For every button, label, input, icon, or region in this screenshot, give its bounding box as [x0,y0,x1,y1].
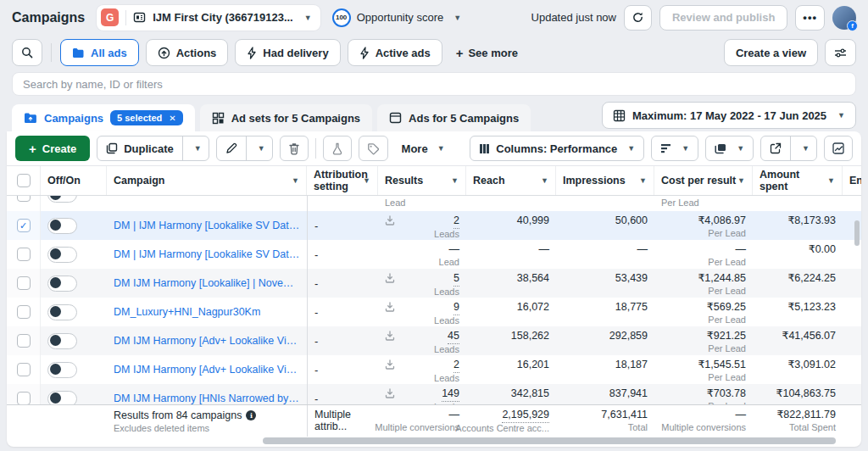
campaign-toggle[interactable] [47,276,77,292]
content-card: + Create Duplicate ▼ ▼ More ▼ [7,131,861,447]
select-all-checkbox[interactable] [17,174,31,187]
selected-count-badge[interactable]: 5 selected ✕ [110,110,183,125]
tab-campaigns[interactable]: Campaigns 5 selected ✕ [12,104,195,131]
search-input[interactable] [12,72,856,96]
header-reach[interactable]: Reach▼ [466,166,556,195]
header-ends[interactable]: Ends [843,166,861,195]
download-report-icon[interactable] [385,302,395,312]
columns-button[interactable]: Columns: Performance ▼ [470,136,644,161]
header-results[interactable]: Results▼ [378,166,466,195]
result-value[interactable]: 149 [442,387,459,402]
header-impressions[interactable]: Impressions▼ [556,166,654,195]
row-checkbox[interactable]: ✓ [17,219,31,232]
chevron-down-icon: ▼ [292,176,299,185]
breakdown-button[interactable]: ▼ [651,136,698,161]
download-report-icon[interactable] [385,273,395,283]
ab-test-button[interactable] [323,136,352,161]
row-checkbox[interactable] [17,334,31,348]
account-selector[interactable]: G IJM First City (366719123... ▼ [97,5,320,31]
campaign-name-link[interactable]: DM_Luxury+HNI_Nagpur30Km [114,306,260,318]
campaign-name-link[interactable]: DM IJM Harmony [Lookalike] | November 20… [114,277,300,289]
view-settings-button[interactable] [825,39,856,66]
delete-button[interactable] [280,136,309,161]
export-button[interactable] [761,136,790,160]
download-report-icon[interactable] [385,388,395,398]
download-report-icon[interactable] [385,359,395,370]
filter-actions[interactable]: Actions [146,39,229,66]
campaign-toggle[interactable] [47,362,77,378]
download-report-icon[interactable] [385,215,395,226]
filter-all-ads[interactable]: All ads [60,39,139,66]
result-value[interactable]: — [449,243,460,257]
campaign-toggle[interactable] [47,218,77,234]
row-checkbox[interactable] [17,392,31,405]
row-checkbox[interactable] [17,276,31,290]
filter-had-delivery[interactable]: Had delivery [235,39,340,66]
ads-frame-icon [389,112,402,124]
campaign-toggle[interactable] [47,333,77,349]
chevron-down-icon: ▼ [837,111,845,120]
header-cost-per-result[interactable]: Cost per result▼ [654,166,753,195]
download-report-icon[interactable] [385,331,395,341]
result-value[interactable]: 9 [453,301,459,315]
edit-options-button[interactable]: ▼ [246,136,272,160]
refresh-button[interactable] [624,5,652,31]
header-campaign[interactable]: Campaign▼ [107,166,307,195]
amount-spent-value: ₹3,091.02 [787,359,836,372]
more-toolbar-button[interactable]: More ▼ [395,142,452,155]
tab-ads[interactable]: Ads for 5 Campaigns [377,104,531,131]
campaign-name-link[interactable]: DM IJM Harmony [Adv+ Lookalike Video Vie… [114,335,300,347]
tab-ad-sets[interactable]: Ad sets for 5 Campaigns [200,104,372,131]
summary-impressions: 7,631,411 [601,409,648,422]
info-icon[interactable]: i [246,410,256,420]
see-more-filters[interactable]: + See more [449,46,525,60]
header-attribution[interactable]: Attribution setting▼ [307,166,378,195]
campaign-name-link[interactable]: DM | IJM Harmony [Lookalike SV Data] | N… [114,220,300,231]
selected-count-label: 5 selected [117,113,162,123]
date-range-selector[interactable]: Maximum: 17 May 2022 - 17 Jun 2025 ▼ [602,102,856,129]
amount-spent-value: ₹41,456.07 [782,330,836,343]
more-menu-button[interactable]: ••• [795,5,825,31]
duplicate-label: Duplicate [124,142,174,155]
campaign-name-link[interactable]: DM IJM Harmony [HNIs Narrowed by Real Es… [114,393,300,404]
header-amount-spent[interactable]: Amount spent▼ [753,166,843,195]
result-value[interactable]: 2 [453,214,459,229]
duplicate-options-button[interactable]: ▼ [182,136,209,160]
edit-button[interactable] [217,136,246,160]
campaign-toggle[interactable] [47,196,77,203]
clear-selection-icon[interactable]: ✕ [169,114,175,123]
cost-per-result-value: ₹4,086.97 [698,214,746,228]
tag-button[interactable] [359,136,388,161]
campaign-toggle[interactable] [47,247,77,263]
row-checkbox[interactable] [17,363,31,376]
result-value[interactable]: 5 [453,272,459,287]
result-value[interactable]: 2 [453,359,459,373]
user-avatar[interactable]: f [832,6,856,30]
charts-button[interactable] [824,136,853,161]
create-a-view-button[interactable]: Create a view [724,39,818,66]
campaign-toggle[interactable] [47,304,77,320]
table-body: Lead Per Lead ✓ DM | IJM Harmony [Lookal… [7,196,861,413]
export-options-button[interactable]: ▼ [790,136,816,160]
chevron-down-icon: ▼ [682,144,689,153]
filter-had-delivery-label: Had delivery [263,47,328,59]
reports-button[interactable]: ▼ [705,136,754,161]
vertical-scrollbar-thumb[interactable] [854,220,860,246]
row-checkbox[interactable] [17,305,31,319]
facebook-badge-icon: f [847,20,858,31]
create-button[interactable]: + Create [15,136,90,161]
review-and-publish-button[interactable]: Review and publish [659,5,787,31]
campaign-name-link[interactable]: DM IJM Harmony [Adv+ Lookalike Video Vie… [114,364,300,376]
filter-active-ads[interactable]: Active ads [348,39,442,66]
campaign-name-link[interactable]: DM | IJM Harmony [Lookalike SV Data] | N… [114,248,300,260]
cost-per-result-value: ₹1,244.85 [698,272,746,286]
row-checkbox[interactable] [17,248,31,261]
search-button[interactable] [12,39,42,66]
duplicate-split-button: Duplicate ▼ [97,136,209,161]
opportunity-score-dropdown[interactable]: 100 Opportunity score ▼ [332,8,462,27]
result-value[interactable]: 45 [448,330,459,344]
chevron-down-icon: ▼ [451,176,459,185]
row-checkbox[interactable] [17,196,31,202]
duplicate-button[interactable]: Duplicate [97,136,182,160]
horizontal-scrollbar-thumb[interactable] [263,437,835,444]
